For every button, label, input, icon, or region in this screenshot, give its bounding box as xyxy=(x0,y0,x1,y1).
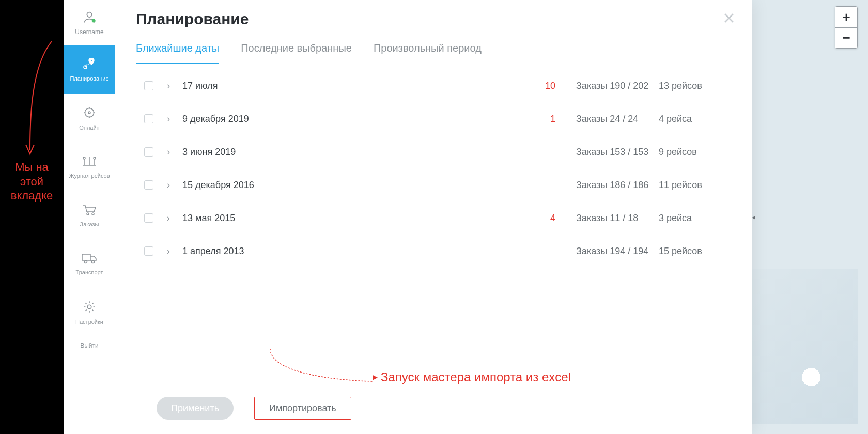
row-checkbox[interactable] xyxy=(144,246,153,256)
row-warning-count: 1 xyxy=(524,114,555,125)
row-trips: 11 рейсов xyxy=(659,180,731,191)
chevron-right-icon[interactable]: › xyxy=(163,246,174,257)
sidebar-item-label: Онлайн xyxy=(79,125,99,131)
chevron-right-icon[interactable]: › xyxy=(163,213,174,224)
svg-point-9 xyxy=(92,213,94,215)
tab-custom-period[interactable]: Произвольный период xyxy=(374,42,482,64)
user-block[interactable]: Username xyxy=(64,0,115,45)
row-checkbox[interactable] xyxy=(144,114,153,123)
date-row: › 15 декабря 2016 Заказы 186 / 186 11 ре… xyxy=(136,168,731,202)
gear-icon xyxy=(83,300,96,316)
row-warning-count: 4 xyxy=(524,213,555,224)
row-orders: Заказы 186 / 186 xyxy=(555,180,659,191)
sidebar-item-transport[interactable]: Транспорт xyxy=(64,240,115,288)
date-row: › 9 декабря 2019 1 Заказы 24 / 24 4 рейс… xyxy=(136,102,731,135)
modal-actions: Применить Импортировать xyxy=(136,382,731,434)
date-rows: › 17 июля 10 Заказы 190 / 202 13 рейсов … xyxy=(136,69,731,268)
row-orders: Заказы 11 / 18 xyxy=(555,213,659,224)
truck-icon xyxy=(82,253,97,266)
annotation-arrow-icon xyxy=(21,36,57,160)
main-area: Планирование Ближайшие даты Последние вы… xyxy=(115,0,868,434)
row-checkbox[interactable] xyxy=(144,180,153,190)
svg-point-12 xyxy=(92,261,95,264)
row-orders: Заказы 153 / 153 xyxy=(555,147,659,158)
tab-last-selected[interactable]: Последние выбранные xyxy=(241,42,352,64)
svg-point-4 xyxy=(85,108,94,117)
sidebar-logout[interactable]: Выйти xyxy=(80,342,99,349)
row-date: 17 июля xyxy=(182,81,524,91)
row-date: 3 июня 2019 xyxy=(182,147,524,158)
close-icon xyxy=(723,11,735,28)
cart-icon xyxy=(82,204,97,218)
svg-point-8 xyxy=(87,213,89,215)
row-orders: Заказы 24 / 24 xyxy=(555,114,659,125)
tab-nearest-dates[interactable]: Ближайшие даты xyxy=(136,42,219,64)
row-trips: 15 рейсов xyxy=(659,246,731,257)
row-trips: 9 рейсов xyxy=(659,147,731,158)
row-checkbox[interactable] xyxy=(144,213,153,223)
sidebar-item-label: Настройки xyxy=(75,319,103,325)
sidebar-item-label: Планирование xyxy=(70,75,109,82)
date-row: › 17 июля 10 Заказы 190 / 202 13 рейсов xyxy=(136,69,731,102)
svg-point-0 xyxy=(87,12,91,17)
row-warning-count: 10 xyxy=(524,81,555,91)
chevron-right-icon[interactable]: › xyxy=(163,147,174,158)
apply-button[interactable]: Применить xyxy=(157,397,234,420)
row-checkbox[interactable] xyxy=(144,81,153,90)
svg-point-13 xyxy=(87,305,91,309)
svg-point-7 xyxy=(94,157,96,159)
row-date: 15 декабря 2016 xyxy=(182,180,524,191)
zoom-in-button[interactable]: + xyxy=(835,7,857,27)
row-checkbox[interactable] xyxy=(144,147,153,157)
chevron-right-icon[interactable]: › xyxy=(163,180,174,191)
panel-collapse-handle[interactable]: ◂ xyxy=(751,199,755,235)
sidebar-item-label: Заказы xyxy=(80,221,99,227)
sidebar-item-journal[interactable]: Журнал рейсов xyxy=(64,143,115,191)
chevron-right-icon[interactable]: › xyxy=(163,114,174,125)
modal-tabs: Ближайшие даты Последние выбранные Произ… xyxy=(136,42,731,64)
target-icon xyxy=(83,106,96,121)
svg-point-5 xyxy=(88,112,90,114)
row-date: 1 апреля 2013 xyxy=(182,246,524,257)
route-pin-icon xyxy=(82,58,97,72)
svg-rect-10 xyxy=(82,254,90,260)
row-orders: Заказы 190 / 202 xyxy=(555,81,659,91)
svg-point-3 xyxy=(90,59,92,61)
map-zoom-control: + − xyxy=(835,6,858,49)
journal-icon xyxy=(82,155,97,169)
svg-point-6 xyxy=(83,157,85,159)
annotation-left-text: Мы на этой вкладке xyxy=(0,160,64,203)
zoom-out-button[interactable]: − xyxy=(835,27,857,48)
svg-point-1 xyxy=(92,19,96,23)
sidebar-item-label: Транспорт xyxy=(76,269,103,275)
modal-title: Планирование xyxy=(136,10,731,28)
user-icon xyxy=(82,10,97,26)
row-date: 9 декабря 2019 xyxy=(182,114,524,125)
sidebar-item-orders[interactable]: Заказы xyxy=(64,191,115,240)
sidebar-item-settings[interactable]: Настройки xyxy=(64,288,115,337)
import-button[interactable]: Импортировать xyxy=(254,397,351,420)
sidebar-item-planning[interactable]: Планирование xyxy=(64,45,115,94)
svg-point-11 xyxy=(85,261,87,264)
row-trips: 13 рейсов xyxy=(659,81,731,91)
row-orders: Заказы 194 / 194 xyxy=(555,246,659,257)
date-row: › 3 июня 2019 Заказы 153 / 153 9 рейсов xyxy=(136,135,731,168)
user-name: Username xyxy=(75,28,103,36)
sidebar-item-online[interactable]: Онлайн xyxy=(64,94,115,143)
annotation-left-strip: Мы на этой вкладке xyxy=(0,0,64,434)
chevron-right-icon[interactable]: › xyxy=(163,81,174,91)
sidebar: Username Планирование Онлайн xyxy=(64,0,115,434)
row-trips: 3 рейса xyxy=(659,213,731,224)
planning-modal: Планирование Ближайшие даты Последние вы… xyxy=(115,0,752,434)
row-trips: 4 рейса xyxy=(659,114,731,125)
close-button[interactable] xyxy=(719,9,739,30)
row-date: 13 мая 2015 xyxy=(182,213,524,224)
date-row: › 1 апреля 2013 Заказы 194 / 194 15 рейс… xyxy=(136,235,731,268)
date-row: › 13 мая 2015 4 Заказы 11 / 18 3 рейса xyxy=(136,202,731,235)
sidebar-item-label: Журнал рейсов xyxy=(69,173,110,179)
